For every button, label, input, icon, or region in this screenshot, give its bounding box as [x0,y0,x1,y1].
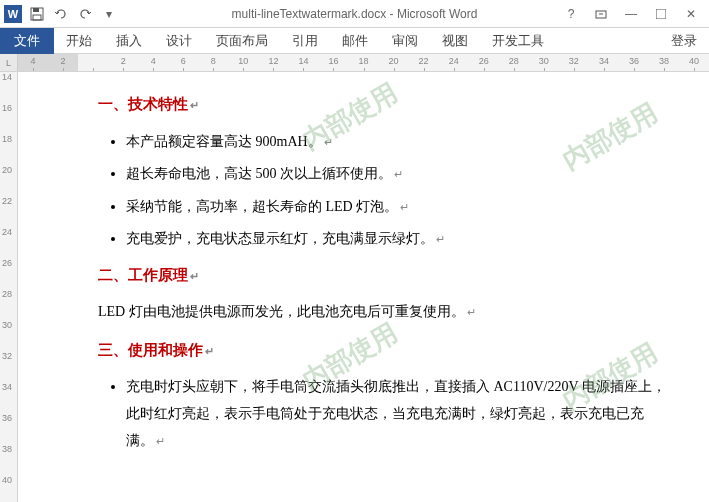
heading-3: 三、使用和操作↵ [98,336,669,365]
heading-1: 一、技术特性↵ [98,90,669,119]
list-item: 本产品额定容量高达 900mAH。↵ [126,129,669,156]
tab-mailings[interactable]: 邮件 [330,28,380,54]
window-title: multi-lineTextwatermark.docx - Microsoft… [232,7,478,21]
qat-dropdown-icon[interactable]: ▾ [100,5,118,23]
list-item: 充电爱护，充电状态显示红灯，充电满显示绿灯。↵ [126,226,669,253]
bullet-list: 本产品额定容量高达 900mAH。↵ 超长寿命电池，高达 500 次以上循环使用… [98,129,669,253]
undo-icon[interactable] [52,5,70,23]
minimize-button[interactable]: — [617,4,645,24]
tab-developer[interactable]: 开发工具 [480,28,556,54]
save-icon[interactable] [28,5,46,23]
tab-insert[interactable]: 插入 [104,28,154,54]
tab-design[interactable]: 设计 [154,28,204,54]
file-tab[interactable]: 文件 [0,28,54,54]
document-page[interactable]: 内部使用 内部使用 内部使用 内部使用 一、技术特性↵ 本产品额定容量高达 90… [18,72,709,502]
svg-rect-2 [33,15,41,20]
vertical-ruler[interactable]: 1416182022242628303234363840 [0,72,18,502]
title-bar: W ▾ multi-lineTextwatermark.docx - Micro… [0,0,709,28]
list-item: 充电时灯头应朝下，将手电筒交流插头彻底推出，直接插入 AC110V/220V 电… [126,374,669,454]
tab-view[interactable]: 视图 [430,28,480,54]
svg-rect-1 [33,8,39,12]
list-item: 超长寿命电池，高达 500 次以上循环使用。↵ [126,161,669,188]
redo-icon[interactable] [76,5,94,23]
tab-layout[interactable]: 页面布局 [204,28,280,54]
horizontal-ruler[interactable]: L 42246810121416182022242628303234363840 [0,54,709,72]
list-item: 采纳节能，高功率，超长寿命的 LED 灯泡。↵ [126,194,669,221]
word-logo-icon: W [4,5,22,23]
close-button[interactable]: ✕ [677,4,705,24]
ruler-corner[interactable]: L [0,54,18,72]
tab-home[interactable]: 开始 [54,28,104,54]
ribbon-tabs: 文件 开始 插入 设计 页面布局 引用 邮件 审阅 视图 开发工具 登录 [0,28,709,54]
help-button[interactable]: ? [557,4,585,24]
login-link[interactable]: 登录 [659,32,709,50]
bullet-list: 充电时灯头应朝下，将手电筒交流插头彻底推出，直接插入 AC110V/220V 电… [98,374,669,454]
paragraph: LED 灯由电池提供电源而发光，此电池充电后可重复使用。↵ [98,299,669,326]
svg-rect-4 [656,9,666,19]
document-area: 1416182022242628303234363840 内部使用 内部使用 内… [0,72,709,502]
tab-references[interactable]: 引用 [280,28,330,54]
ribbon-display-button[interactable] [587,4,615,24]
maximize-button[interactable] [647,4,675,24]
tab-review[interactable]: 审阅 [380,28,430,54]
paragraph-mark-icon: ↵ [190,99,199,111]
heading-2: 二、工作原理↵ [98,261,669,290]
window-controls: ? — ✕ [557,4,709,24]
quick-access-toolbar: W ▾ [0,5,122,23]
